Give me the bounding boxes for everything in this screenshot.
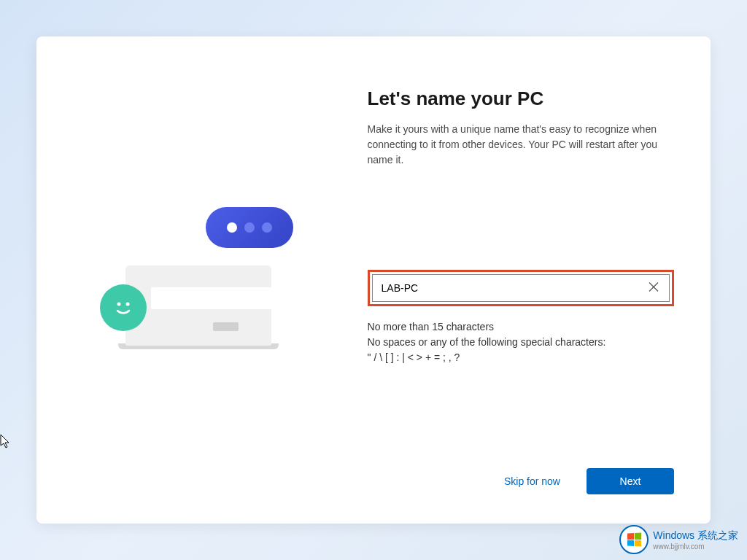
illustration-panel <box>36 36 360 524</box>
cursor-arrow-icon <box>0 434 12 450</box>
laptop-body-shape <box>125 265 271 346</box>
pc-name-input[interactable] <box>372 274 670 302</box>
page-title: Let's name your PC <box>368 88 674 110</box>
svg-point-1 <box>125 303 129 306</box>
watermark: Windows 系统之家 www.bjjmlv.com <box>619 525 738 554</box>
watermark-text: Windows 系统之家 www.bjjmlv.com <box>653 529 738 551</box>
skip-button[interactable]: Skip for now <box>489 468 575 494</box>
content-panel: Let's name your PC Make it yours with a … <box>360 36 711 524</box>
hint-line: No more than 15 characters <box>368 319 674 335</box>
clear-input-button[interactable] <box>646 279 662 298</box>
svg-point-0 <box>117 303 120 306</box>
pc-illustration <box>111 214 286 346</box>
smile-icon <box>110 295 136 321</box>
watermark-url: www.bjjmlv.com <box>653 542 738 551</box>
pc-name-input-wrapper <box>368 270 674 306</box>
setup-dialog: Let's name your PC Make it yours with a … <box>36 36 711 524</box>
speech-bubble-icon <box>206 207 293 248</box>
windows-logo-icon <box>627 533 641 547</box>
hint-line: " / \ [ ] : | < > + = ; , ? <box>368 350 674 365</box>
dot-icon <box>227 222 237 233</box>
page-description: Make it yours with a unique name that's … <box>368 122 674 168</box>
button-row: Skip for now Next <box>368 468 674 502</box>
laptop-button-shape <box>213 322 239 331</box>
smiley-face-icon <box>100 284 147 331</box>
dot-icon <box>244 222 255 233</box>
watermark-title: Windows 系统之家 <box>653 529 738 542</box>
next-button[interactable]: Next <box>587 468 674 494</box>
watermark-logo-icon <box>619 525 649 554</box>
laptop-screen-field <box>151 287 275 309</box>
dot-icon <box>262 222 272 233</box>
close-icon <box>649 282 659 292</box>
hint-line: No spaces or any of the following specia… <box>368 335 674 350</box>
input-hint: No more than 15 characters No spaces or … <box>368 319 674 365</box>
